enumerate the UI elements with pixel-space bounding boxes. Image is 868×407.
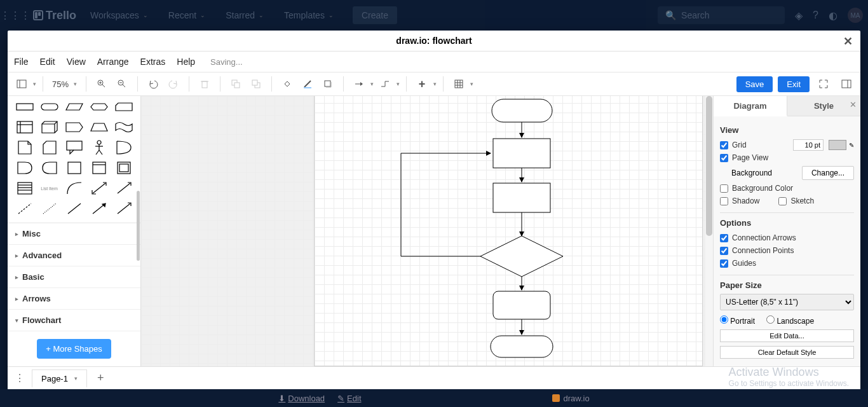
line-color-icon[interactable] xyxy=(299,75,316,93)
zoom-out-icon[interactable] xyxy=(113,75,131,93)
canvas-scrollbar[interactable] xyxy=(705,96,713,366)
shape-note[interactable] xyxy=(14,139,35,156)
search-input[interactable]: 🔍 Search xyxy=(658,6,785,24)
edit-data-button[interactable]: Edit Data... xyxy=(720,329,854,342)
grid-checkbox[interactable] xyxy=(720,141,728,149)
palette-scrollbar[interactable] xyxy=(137,191,140,261)
tab-diagram[interactable]: Diagram xyxy=(714,96,787,116)
shape-trapezoid[interactable] xyxy=(88,119,109,135)
background-change-button[interactable]: Change... xyxy=(802,166,854,180)
sidebar-toggle-icon[interactable] xyxy=(13,75,31,93)
shape-card[interactable] xyxy=(39,139,60,156)
nav-workspaces[interactable]: Workspaces⌄ xyxy=(84,6,154,24)
pages-menu-icon[interactable]: ⋮ xyxy=(13,371,27,385)
conn-points-checkbox[interactable] xyxy=(720,247,728,255)
apps-grid-icon[interactable]: ⋮⋮⋮ xyxy=(5,10,25,22)
shape-list[interactable] xyxy=(14,180,35,197)
save-button[interactable]: Save xyxy=(736,76,773,92)
fullscreen-icon[interactable] xyxy=(815,75,832,93)
bgcolor-checkbox[interactable] xyxy=(720,184,728,193)
waypoint-icon[interactable] xyxy=(376,75,394,93)
insert-icon[interactable]: + xyxy=(413,75,431,93)
zoom-select[interactable]: 75%▾ xyxy=(50,78,79,90)
shape-card-top[interactable] xyxy=(113,99,134,115)
page-tab-1[interactable]: Page-1▾ xyxy=(32,369,87,387)
shape-arrow-ne[interactable] xyxy=(113,180,134,197)
color-edit-icon[interactable]: ✎ xyxy=(849,142,854,149)
palette-advanced[interactable]: ▸Advanced xyxy=(8,245,140,266)
shape-callout[interactable] xyxy=(64,139,85,156)
shape-delay-half[interactable] xyxy=(113,139,134,156)
shape-process-top[interactable] xyxy=(14,99,35,115)
palette-basic[interactable]: ▸Basic xyxy=(8,266,140,288)
shape-tape[interactable] xyxy=(113,119,134,135)
shape-line[interactable] xyxy=(64,200,85,217)
exit-button[interactable]: Exit xyxy=(778,76,810,92)
table-icon[interactable] xyxy=(450,75,468,93)
edit-link[interactable]: ✎Edit xyxy=(337,394,361,403)
shape-arrow-both[interactable] xyxy=(88,180,109,197)
guides-checkbox[interactable] xyxy=(720,259,728,268)
shape-line-dot[interactable] xyxy=(39,200,60,217)
shape-step[interactable] xyxy=(64,119,85,135)
shape-titled-container[interactable] xyxy=(88,160,109,176)
help-icon[interactable]: ? xyxy=(813,10,818,21)
nav-recent[interactable]: Recent⌄ xyxy=(162,6,212,24)
shape-frame[interactable] xyxy=(113,160,134,176)
palette-misc[interactable]: ▸Misc xyxy=(8,223,140,245)
avatar[interactable]: MA xyxy=(848,8,863,23)
theme-icon[interactable]: ◐ xyxy=(829,10,837,22)
shape-data-top[interactable] xyxy=(64,99,85,115)
panel-close-icon[interactable]: ✕ xyxy=(850,100,857,109)
to-front-icon[interactable] xyxy=(227,75,245,93)
shape-terminator-top[interactable] xyxy=(39,99,60,115)
shape-arrow-oneway[interactable] xyxy=(88,200,109,217)
nav-starred[interactable]: Starred⌄ xyxy=(219,6,270,24)
shape-cube[interactable] xyxy=(39,119,60,135)
palette-arrows[interactable]: ▸Arrows xyxy=(8,288,140,310)
format-panel-toggle-icon[interactable] xyxy=(837,75,855,93)
shape-actor[interactable] xyxy=(88,139,109,156)
canvas[interactable] xyxy=(141,96,713,366)
grid-color-swatch[interactable] xyxy=(829,140,846,150)
shape-or-left[interactable] xyxy=(39,160,60,176)
portrait-radio[interactable] xyxy=(720,315,728,324)
nav-templates[interactable]: Templates⌄ xyxy=(278,6,340,24)
trello-logo[interactable]: Trello xyxy=(33,9,76,22)
flowchart-diagram[interactable] xyxy=(314,96,703,366)
connection-icon[interactable] xyxy=(350,75,368,93)
delete-icon[interactable] xyxy=(196,75,214,93)
shadow-icon[interactable] xyxy=(319,75,337,93)
shape-arrow-open[interactable] xyxy=(113,200,134,217)
menu-arrange[interactable]: Arrange xyxy=(97,57,129,67)
grid-size-input[interactable] xyxy=(793,139,824,151)
conn-arrows-checkbox[interactable] xyxy=(720,234,728,242)
landscape-radio[interactable] xyxy=(766,315,775,324)
create-button[interactable]: Create xyxy=(353,6,397,24)
shadow-checkbox[interactable] xyxy=(720,197,728,205)
shape-container[interactable] xyxy=(64,160,85,176)
redo-icon[interactable] xyxy=(165,75,182,93)
shape-internal-storage[interactable] xyxy=(14,119,35,135)
menu-view[interactable]: View xyxy=(67,57,86,67)
page-view-checkbox[interactable] xyxy=(720,154,728,162)
download-link[interactable]: ⬇Download xyxy=(278,394,325,403)
menu-help[interactable]: Help xyxy=(177,57,195,67)
zoom-in-icon[interactable] xyxy=(93,75,111,93)
menu-edit[interactable]: Edit xyxy=(40,57,55,67)
close-icon[interactable]: ✕ xyxy=(843,34,853,48)
clear-style-button[interactable]: Clear Default Style xyxy=(720,346,854,359)
fill-color-icon[interactable] xyxy=(278,75,296,93)
shape-hex-top[interactable] xyxy=(88,99,109,115)
sketch-checkbox[interactable] xyxy=(778,197,787,205)
menu-extras[interactable]: Extras xyxy=(140,57,166,67)
to-back-icon[interactable] xyxy=(247,75,265,93)
notifications-icon[interactable]: ◈ xyxy=(795,10,803,22)
sidebar-toggle-caret[interactable]: ▾ xyxy=(33,81,36,87)
undo-icon[interactable] xyxy=(144,75,162,93)
menu-file[interactable]: File xyxy=(14,57,29,67)
palette-flowchart[interactable]: ▾Flowchart xyxy=(8,310,140,331)
paper-size-select[interactable]: US-Letter (8,5" x 11") xyxy=(720,294,854,310)
add-page-button[interactable]: + xyxy=(92,371,109,385)
shape-curve[interactable] xyxy=(64,180,85,197)
